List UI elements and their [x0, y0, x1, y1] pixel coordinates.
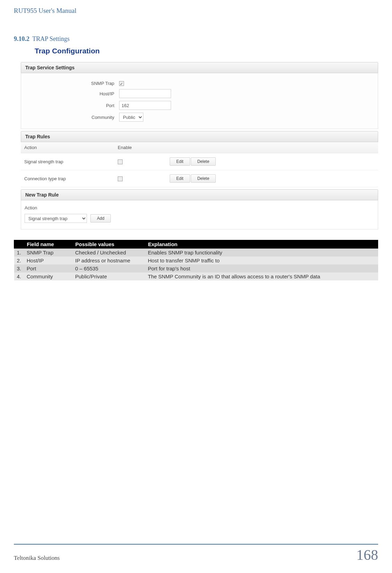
service-settings-body: SNMP Trap Host/IP Port Community Public [21, 73, 378, 129]
rule-name: Connection type trap [24, 176, 118, 181]
row-expl: The SNMP Community is an ID that allows … [145, 272, 378, 280]
community-select[interactable]: Public [119, 113, 143, 122]
row-field: Community [24, 272, 72, 280]
edit-button[interactable]: Edit [170, 157, 190, 166]
edit-button[interactable]: Edit [170, 174, 190, 183]
row-values: Checked / Unchecked [72, 249, 145, 257]
new-rule-col-action: Action [25, 203, 374, 214]
host-input[interactable] [119, 89, 171, 98]
service-settings-header: Trap Service Settings [21, 62, 378, 73]
delete-button[interactable]: Delete [191, 174, 216, 183]
row-values: IP address or hostname [72, 257, 145, 264]
table-row: 3. Port 0 – 65535 Port for trap's host [14, 264, 378, 272]
new-rule-header: New Trap Rule [21, 189, 378, 200]
th-expl: Explanation [145, 240, 378, 249]
page-title: Trap Configuration [35, 47, 378, 55]
footer-company: Teltonika Solutions [14, 555, 60, 562]
rules-col-enable: Enable [118, 145, 375, 150]
table-row: Connection type trap EditDelete [21, 170, 378, 187]
row-num: 1. [14, 249, 24, 257]
port-label: Port [24, 103, 119, 108]
host-label: Host/IP [24, 91, 119, 96]
rules-col-action: Action [24, 145, 118, 150]
table-row: 4. Community Public/Private The SNMP Com… [14, 272, 378, 280]
community-label: Community [24, 115, 119, 120]
row-expl: Enables SNMP trap functionality [145, 249, 378, 257]
table-row: 2. Host/IP IP address or hostname Host t… [14, 257, 378, 264]
th-num [14, 240, 24, 249]
row-values: Public/Private [72, 272, 145, 280]
section-number: 9.10.2 [14, 35, 29, 42]
document-title: RUT955 User's Manual [14, 7, 378, 15]
row-num: 4. [14, 272, 24, 280]
port-input[interactable] [119, 101, 171, 110]
trap-rules-panel: Action Enable Signal strength trap EditD… [21, 142, 378, 187]
row-values: 0 – 65535 [72, 264, 145, 272]
page-number: 168 [356, 547, 378, 563]
rule-name: Signal strength trap [24, 159, 118, 164]
delete-button[interactable]: Delete [191, 157, 216, 166]
th-field: Field name [24, 240, 72, 249]
table-row: 1. SNMP Trap Checked / Unchecked Enables… [14, 249, 378, 257]
snmp-trap-label: SNMP Trap [24, 81, 119, 86]
rule-enable-checkbox[interactable] [118, 176, 123, 181]
section-heading: 9.10.2 TRAP Settings [14, 35, 378, 43]
row-field: SNMP Trap [24, 249, 72, 257]
th-values: Possible values [72, 240, 145, 249]
row-num: 3. [14, 264, 24, 272]
row-expl: Host to transfer SNMP traffic to [145, 257, 378, 264]
trap-rules-header: Trap Rules [21, 131, 378, 142]
row-field: Port [24, 264, 72, 272]
ui-screenshot: Trap Configuration Trap Service Settings… [21, 47, 378, 229]
new-rule-body: Action Signal strength trap Add [21, 200, 378, 229]
fields-table: Field name Possible values Explanation 1… [14, 240, 378, 280]
row-expl: Port for trap's host [145, 264, 378, 272]
table-row: Signal strength trap EditDelete [21, 153, 378, 170]
page-footer: Teltonika Solutions 168 [14, 544, 378, 563]
add-button[interactable]: Add [90, 214, 111, 223]
new-rule-select[interactable]: Signal strength trap [25, 214, 87, 223]
row-field: Host/IP [24, 257, 72, 264]
rule-enable-checkbox[interactable] [118, 159, 123, 164]
snmp-trap-checkbox[interactable] [119, 81, 124, 86]
row-num: 2. [14, 257, 24, 264]
section-title: TRAP Settings [32, 35, 70, 42]
